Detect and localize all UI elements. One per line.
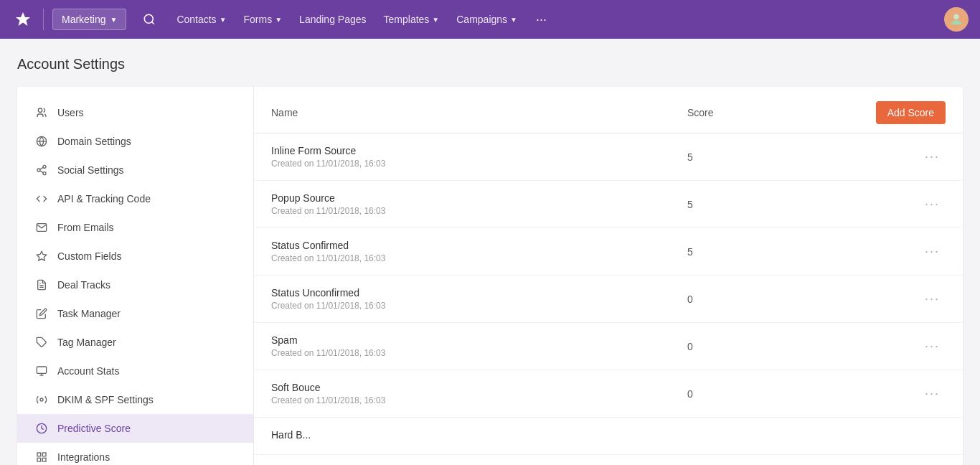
row-actions: ···: [831, 194, 946, 215]
dkim-icon: [34, 393, 49, 407]
column-name-header: Name: [271, 107, 687, 118]
table-row: Status Confirmed Created on 11/01/2018, …: [254, 228, 963, 276]
main-content: Name Score Add Score Inline Form Source …: [254, 87, 963, 465]
row-menu-button[interactable]: ···: [919, 288, 946, 309]
table-row: Soft Bouce Created on 11/01/2018, 16:03 …: [254, 370, 963, 418]
social-icon: [34, 163, 49, 177]
row-menu-button[interactable]: ···: [919, 194, 946, 215]
nav-contacts[interactable]: Contacts ▼: [169, 9, 233, 29]
content-area: Users Domain Settings Social Settings AP…: [17, 87, 963, 465]
svg-rect-21: [42, 453, 46, 456]
row-title: Popup Source: [271, 192, 687, 204]
svg-line-10: [40, 167, 44, 169]
row-menu-button[interactable]: ···: [919, 383, 946, 404]
users-icon: [34, 105, 49, 120]
row-score: 0: [687, 293, 831, 305]
deal-tracks-icon: [34, 278, 49, 292]
page-wrapper: Account Settings Users Domain Settings: [0, 39, 980, 465]
custom-fields-icon: [34, 249, 49, 263]
svg-point-7: [37, 169, 40, 172]
row-title: Spam: [271, 334, 687, 346]
page-title: Account Settings: [17, 56, 963, 72]
api-icon: [34, 192, 49, 206]
row-menu-button[interactable]: ···: [919, 146, 946, 167]
row-score: 5: [687, 199, 831, 210]
sidebar-item-tag-manager[interactable]: Tag Manager: [17, 328, 253, 357]
sidebar-item-integrations[interactable]: Integrations: [17, 443, 253, 465]
table-row: Inline Form Source Created on 11/01/2018…: [254, 133, 963, 181]
row-name-column: Spam Created on 11/01/2018, 16:03: [271, 334, 687, 358]
row-score: 0: [687, 341, 831, 352]
app-switcher-label: Marketing: [62, 14, 105, 25]
search-button[interactable]: [138, 8, 161, 31]
svg-line-1: [152, 22, 154, 24]
sidebar-item-api-tracking[interactable]: API & Tracking Code: [17, 184, 253, 213]
top-navigation: Marketing ▼ Contacts ▼ Forms ▼ Landing P…: [0, 0, 980, 39]
sidebar-item-users[interactable]: Users: [17, 98, 253, 127]
sidebar-item-label: Tag Manager: [57, 337, 116, 348]
column-score-header: Score: [687, 107, 831, 118]
row-name-column: Inline Form Source Created on 11/01/2018…: [271, 145, 687, 169]
predictive-score-icon: [34, 421, 49, 436]
row-subtitle: Created on 11/01/2018, 16:03: [271, 206, 687, 216]
row-menu-button[interactable]: ···: [919, 241, 946, 262]
row-name-column: Status Unconfirmed Created on 11/01/2018…: [271, 287, 687, 311]
app-switcher-arrow: ▼: [110, 16, 117, 24]
svg-point-0: [145, 14, 154, 23]
row-name-column: Soft Bouce Created on 11/01/2018, 16:03: [271, 382, 687, 405]
sidebar-item-dkim-spf[interactable]: DKIM & SPF Settings: [17, 385, 253, 414]
app-switcher[interactable]: Marketing ▼: [52, 9, 126, 30]
row-score: 0: [687, 388, 831, 400]
row-name-column: Hard B...: [271, 429, 687, 443]
sidebar-item-social-settings[interactable]: Social Settings: [17, 156, 253, 184]
table-row: Hard B...: [254, 418, 963, 455]
row-title: Hard B...: [271, 429, 687, 441]
sidebar-item-task-manager[interactable]: Task Manager: [17, 299, 253, 328]
stats-icon: [34, 364, 49, 378]
svg-point-8: [43, 172, 46, 175]
sidebar-item-label: Account Stats: [57, 365, 119, 377]
row-subtitle: Created on 11/01/2018, 16:03: [271, 348, 687, 358]
nav-templates[interactable]: Templates ▼: [377, 9, 447, 29]
row-actions: ···: [831, 336, 946, 357]
nav-forms[interactable]: Forms ▼: [237, 9, 290, 29]
row-menu-button[interactable]: ···: [919, 336, 946, 357]
svg-rect-20: [37, 453, 41, 456]
add-score-button[interactable]: Add Score: [876, 101, 946, 124]
sidebar-item-account-stats[interactable]: Account Stats: [17, 357, 253, 385]
nav-landing-pages[interactable]: Landing Pages: [292, 9, 373, 29]
row-subtitle: Created on 11/01/2018, 16:03: [271, 159, 687, 169]
user-avatar[interactable]: [944, 7, 969, 32]
svg-rect-15: [37, 367, 46, 373]
sidebar-item-label: Users: [57, 107, 84, 118]
row-actions: ···: [831, 241, 946, 262]
svg-point-18: [40, 398, 43, 401]
nav-divider: [43, 9, 44, 30]
row-actions: ···: [831, 288, 946, 309]
row-actions: ···: [831, 146, 946, 167]
svg-marker-11: [37, 251, 46, 260]
sidebar-item-predictive-score[interactable]: Predictive Score: [17, 414, 253, 443]
sidebar-item-custom-fields[interactable]: Custom Fields: [17, 242, 253, 271]
domain-icon: [34, 134, 49, 149]
row-title: Status Confirmed: [271, 240, 687, 251]
svg-rect-22: [42, 458, 46, 461]
sidebar-item-label: Predictive Score: [57, 423, 131, 434]
row-title: Soft Bouce: [271, 382, 687, 393]
tag-icon: [34, 335, 49, 349]
sidebar-item-from-emails[interactable]: From Emails: [17, 213, 253, 242]
table-actions-header: Add Score: [831, 101, 946, 124]
row-subtitle: Created on 11/01/2018, 16:03: [271, 301, 687, 311]
sidebar-item-label: From Emails: [57, 222, 114, 233]
nav-more-button[interactable]: ···: [530, 9, 552, 30]
svg-point-3: [38, 108, 42, 112]
row-subtitle: Created on 11/01/2018, 16:03: [271, 253, 687, 263]
sidebar-item-domain-settings[interactable]: Domain Settings: [17, 127, 253, 156]
nav-campaigns[interactable]: Campaigns ▼: [449, 9, 524, 29]
svg-rect-23: [37, 458, 41, 461]
app-logo: [11, 8, 34, 31]
row-name-column: Status Confirmed Created on 11/01/2018, …: [271, 240, 687, 263]
row-title: Status Unconfirmed: [271, 287, 687, 299]
svg-line-9: [40, 171, 44, 173]
sidebar-item-deal-tracks[interactable]: Deal Tracks: [17, 271, 253, 299]
